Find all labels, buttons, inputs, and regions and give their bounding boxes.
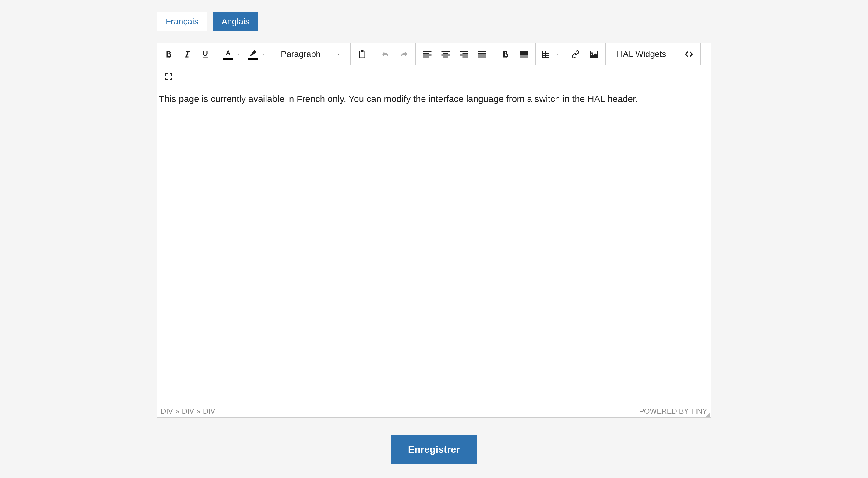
hal-widgets-button[interactable]: HAL Widgets bbox=[608, 45, 675, 63]
editor-toolbar: Paragraph bbox=[157, 43, 711, 88]
tab-french[interactable]: Français bbox=[157, 12, 207, 31]
image-button[interactable] bbox=[585, 45, 603, 63]
code-icon bbox=[683, 49, 694, 60]
highlight-dropdown[interactable] bbox=[260, 52, 268, 57]
align-center-button[interactable] bbox=[436, 45, 455, 63]
powered-by[interactable]: POWERED BY TINY bbox=[639, 407, 707, 416]
clipboard-icon bbox=[356, 49, 368, 60]
fullscreen-icon bbox=[163, 71, 174, 82]
path-sep: » bbox=[176, 407, 179, 416]
save-button[interactable]: Enregistrer bbox=[391, 435, 477, 464]
format-select[interactable]: Paragraph bbox=[275, 45, 348, 63]
bold-icon bbox=[500, 49, 511, 60]
align-justify-button[interactable] bbox=[473, 45, 491, 63]
undo-button[interactable] bbox=[376, 45, 395, 63]
fullscreen-button[interactable] bbox=[160, 68, 178, 86]
align-center-icon bbox=[440, 49, 451, 60]
table-icon bbox=[540, 49, 551, 60]
underline-button[interactable] bbox=[196, 45, 214, 63]
text-color-button[interactable] bbox=[221, 47, 235, 61]
bold-icon bbox=[163, 49, 174, 60]
resize-handle[interactable] bbox=[705, 412, 711, 417]
path-item[interactable]: DIV bbox=[203, 407, 215, 416]
chevron-down-icon bbox=[236, 52, 241, 57]
paste-button[interactable] bbox=[353, 45, 371, 63]
link-icon bbox=[570, 49, 581, 60]
bold-button[interactable] bbox=[160, 45, 178, 63]
block-icon bbox=[518, 49, 529, 60]
bold-button-2[interactable] bbox=[496, 45, 515, 63]
path-item[interactable]: DIV bbox=[161, 407, 173, 416]
italic-button[interactable] bbox=[178, 45, 196, 63]
highlight-button[interactable] bbox=[246, 47, 260, 61]
element-path[interactable]: DIV » DIV » DIV bbox=[161, 407, 215, 416]
align-right-button[interactable] bbox=[455, 45, 473, 63]
tab-english[interactable]: Anglais bbox=[213, 12, 258, 31]
table-dropdown[interactable] bbox=[553, 52, 561, 57]
image-icon bbox=[588, 49, 599, 60]
align-left-icon bbox=[422, 49, 433, 60]
language-tabs: Français Anglais bbox=[157, 12, 711, 31]
highlight-icon bbox=[249, 49, 258, 58]
chevron-down-icon bbox=[555, 52, 560, 57]
align-right-icon bbox=[458, 49, 469, 60]
table-button[interactable] bbox=[538, 45, 553, 63]
editor: Paragraph bbox=[157, 43, 711, 418]
path-item[interactable]: DIV bbox=[182, 407, 194, 416]
underline-icon bbox=[200, 49, 211, 60]
format-label: Paragraph bbox=[281, 49, 321, 59]
chevron-down-icon bbox=[261, 52, 266, 57]
redo-icon bbox=[398, 49, 409, 60]
editor-footer: DIV » DIV » DIV POWERED BY TINY bbox=[157, 405, 711, 417]
block-format-button[interactable] bbox=[515, 45, 533, 63]
align-left-button[interactable] bbox=[418, 45, 436, 63]
path-sep: » bbox=[196, 407, 200, 416]
code-button[interactable] bbox=[680, 45, 698, 63]
undo-icon bbox=[380, 49, 391, 60]
italic-icon bbox=[182, 49, 192, 60]
link-button[interactable] bbox=[566, 45, 585, 63]
text-color-dropdown[interactable] bbox=[235, 52, 243, 57]
text-color-icon bbox=[223, 49, 233, 58]
editor-content[interactable]: This page is currently available in Fren… bbox=[157, 88, 711, 405]
redo-button[interactable] bbox=[395, 45, 413, 63]
align-justify-icon bbox=[477, 49, 488, 60]
chevron-down-icon bbox=[336, 51, 342, 57]
